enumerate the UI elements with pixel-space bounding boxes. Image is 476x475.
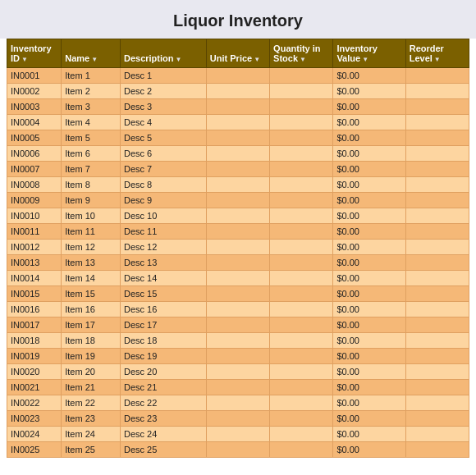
cell-name: Item 1	[62, 68, 121, 84]
cell-name: Item 10	[62, 208, 121, 224]
cell-quantity_in_stock	[270, 208, 333, 224]
cell-inventory_value: $0.00	[333, 317, 405, 333]
cell-inventory_value: $0.00	[333, 208, 405, 224]
cell-inventory_value: $0.00	[333, 84, 405, 99]
cell-reorder_level	[405, 99, 469, 115]
cell-unit_price	[206, 442, 269, 458]
cell-inventory_value: $0.00	[333, 177, 405, 193]
table-row: IN0013Item 13Desc 13$0.00	[7, 255, 469, 271]
cell-inventory_id: IN0007	[7, 162, 62, 177]
cell-unit_price	[206, 364, 269, 380]
cell-name: Item 23	[62, 411, 121, 427]
cell-reorder_level	[405, 162, 469, 177]
column-header-description[interactable]: Description ▼	[120, 39, 206, 68]
cell-unit_price	[206, 115, 269, 130]
inventory-table: Inventory ID ▼Name ▼Description ▼Unit Pr…	[7, 39, 469, 458]
cell-name: Item 24	[62, 427, 121, 442]
cell-name: Item 25	[62, 442, 121, 458]
cell-reorder_level	[405, 255, 469, 271]
dropdown-arrow-icon[interactable]: ▼	[21, 56, 28, 63]
cell-inventory_id: IN0019	[7, 349, 62, 364]
cell-inventory_value: $0.00	[333, 333, 405, 349]
cell-unit_price	[206, 271, 269, 286]
cell-description: Desc 3	[120, 99, 206, 115]
cell-description: Desc 20	[120, 364, 206, 380]
table-row: IN0014Item 14Desc 14$0.00	[7, 271, 469, 286]
column-header-inventory_id[interactable]: Inventory ID ▼	[7, 39, 62, 68]
table-row: IN0010Item 10Desc 10$0.00	[7, 208, 469, 224]
cell-reorder_level	[405, 115, 469, 130]
cell-inventory_id: IN0015	[7, 286, 62, 302]
cell-name: Item 8	[62, 177, 121, 193]
cell-quantity_in_stock	[270, 84, 333, 99]
column-header-name[interactable]: Name ▼	[62, 39, 121, 68]
cell-unit_price	[206, 255, 269, 271]
cell-quantity_in_stock	[270, 302, 333, 317]
cell-inventory_id: IN0010	[7, 208, 62, 224]
cell-inventory_value: $0.00	[333, 380, 405, 395]
cell-description: Desc 25	[120, 442, 206, 458]
table-row: IN0016Item 16Desc 16$0.00	[7, 302, 469, 317]
cell-inventory_id: IN0024	[7, 427, 62, 442]
cell-reorder_level	[405, 442, 469, 458]
cell-name: Item 21	[62, 380, 121, 395]
cell-unit_price	[206, 99, 269, 115]
cell-reorder_level	[405, 380, 469, 395]
cell-unit_price	[206, 68, 269, 84]
table-row: IN0019Item 19Desc 19$0.00	[7, 349, 469, 364]
cell-inventory_value: $0.00	[333, 146, 405, 162]
cell-name: Item 4	[62, 115, 121, 130]
table-row: IN0018Item 18Desc 18$0.00	[7, 333, 469, 349]
cell-unit_price	[206, 302, 269, 317]
cell-description: Desc 22	[120, 395, 206, 411]
cell-quantity_in_stock	[270, 240, 333, 255]
cell-reorder_level	[405, 193, 469, 208]
column-header-unit_price[interactable]: Unit Price ▼	[206, 39, 269, 68]
dropdown-arrow-icon[interactable]: ▼	[434, 56, 441, 63]
cell-inventory_id: IN0001	[7, 68, 62, 84]
dropdown-arrow-icon[interactable]: ▼	[176, 56, 182, 63]
header-row: Inventory ID ▼Name ▼Description ▼Unit Pr…	[7, 39, 469, 68]
dropdown-arrow-icon[interactable]: ▼	[254, 56, 260, 63]
cell-name: Item 16	[62, 302, 121, 317]
cell-description: Desc 18	[120, 333, 206, 349]
cell-quantity_in_stock	[270, 364, 333, 380]
cell-reorder_level	[405, 130, 469, 146]
cell-unit_price	[206, 84, 269, 99]
cell-inventory_value: $0.00	[333, 364, 405, 380]
cell-reorder_level	[405, 333, 469, 349]
cell-description: Desc 7	[120, 162, 206, 177]
column-header-inventory_value[interactable]: Inventory Value ▼	[333, 39, 405, 68]
column-header-reorder_level[interactable]: Reorder Level ▼	[405, 39, 469, 68]
dropdown-arrow-icon[interactable]: ▼	[300, 56, 306, 63]
column-header-quantity_in_stock[interactable]: Quantity in Stock ▼	[270, 39, 333, 68]
cell-reorder_level	[405, 395, 469, 411]
cell-quantity_in_stock	[270, 193, 333, 208]
cell-quantity_in_stock	[270, 395, 333, 411]
dropdown-arrow-icon[interactable]: ▼	[362, 56, 368, 63]
cell-quantity_in_stock	[270, 224, 333, 240]
cell-inventory_value: $0.00	[333, 411, 405, 427]
cell-reorder_level	[405, 317, 469, 333]
table-body: IN0001Item 1Desc 1$0.00IN0002Item 2Desc …	[7, 68, 469, 458]
cell-reorder_level	[405, 146, 469, 162]
cell-inventory_id: IN0011	[7, 224, 62, 240]
cell-inventory_id: IN0004	[7, 115, 62, 130]
cell-inventory_id: IN0021	[7, 380, 62, 395]
dropdown-arrow-icon[interactable]: ▼	[91, 56, 98, 63]
cell-inventory_value: $0.00	[333, 442, 405, 458]
cell-description: Desc 16	[120, 302, 206, 317]
table-row: IN0003Item 3Desc 3$0.00	[7, 99, 469, 115]
table-row: IN0020Item 20Desc 20$0.00	[7, 364, 469, 380]
cell-reorder_level	[405, 349, 469, 364]
cell-quantity_in_stock	[270, 255, 333, 271]
cell-quantity_in_stock	[270, 68, 333, 84]
cell-description: Desc 13	[120, 255, 206, 271]
cell-description: Desc 23	[120, 411, 206, 427]
cell-reorder_level	[405, 411, 469, 427]
table-row: IN0011Item 11Desc 11$0.00	[7, 224, 469, 240]
table-row: IN0012Item 12Desc 12$0.00	[7, 240, 469, 255]
cell-name: Item 3	[62, 99, 121, 115]
cell-inventory_id: IN0002	[7, 84, 62, 99]
cell-reorder_level	[405, 240, 469, 255]
